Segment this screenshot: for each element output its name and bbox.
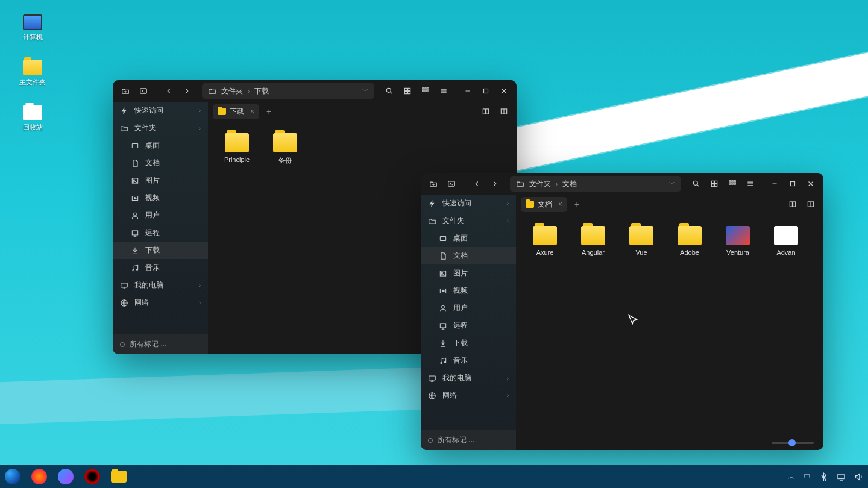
file-icon — [533, 226, 557, 245]
display-icon[interactable] — [837, 472, 846, 481]
sidebar-sub-桌面[interactable]: 桌面 — [113, 137, 208, 154]
file-item[interactable]: Vue — [624, 226, 658, 256]
terminal-button[interactable] — [136, 83, 151, 99]
tab-active[interactable]: 文档 × — [521, 197, 567, 212]
sort-button[interactable] — [418, 83, 433, 99]
sidebar-tags[interactable]: 所有标记 ... — [113, 334, 208, 354]
titlebar[interactable]: 文件夹 › 下载 ﹀ — [113, 80, 517, 102]
close-tab-icon[interactable]: × — [558, 200, 562, 208]
tab-active[interactable]: 下载 × — [213, 104, 259, 119]
new-folder-button[interactable] — [426, 176, 441, 192]
start-button[interactable] — [5, 469, 20, 484]
file-item[interactable]: Axure — [528, 226, 562, 256]
menu-button[interactable] — [743, 176, 758, 192]
sidebar-item-network[interactable]: 网络› — [113, 294, 208, 311]
sidebar-sub-文档[interactable]: 文档 — [113, 154, 208, 172]
sidebar-sub-音乐[interactable]: 音乐 — [421, 352, 516, 369]
search-button[interactable] — [382, 83, 397, 99]
sidebar-item-computer[interactable]: 我的电脑› — [113, 277, 208, 294]
taskbar-firefox-icon[interactable] — [31, 469, 47, 484]
volume-icon[interactable] — [854, 472, 863, 481]
svg-rect-49 — [790, 202, 792, 207]
sidebar-sub-图片[interactable]: 图片 — [113, 172, 208, 189]
chevron-down-icon[interactable]: ﹀ — [362, 87, 368, 95]
file-item[interactable]: Advan — [769, 226, 803, 256]
sidebar-item-computer[interactable]: 我的电脑› — [421, 369, 516, 387]
sidebar-item-quick[interactable]: 快速访问› — [421, 195, 516, 212]
file-item[interactable]: Adobe — [673, 226, 706, 256]
tray-expand-icon[interactable]: ︿ — [788, 472, 795, 482]
breadcrumb-current[interactable]: 下载 — [254, 86, 269, 96]
sidebar-item-folders[interactable]: 文件夹› — [113, 119, 208, 137]
close-button[interactable] — [803, 176, 819, 192]
sidebar-item-network[interactable]: 网络› — [421, 387, 516, 404]
address-bar[interactable]: 文件夹 › 文档 ﹀ — [510, 176, 681, 192]
taskbar-app-icon[interactable] — [84, 469, 100, 484]
sidebar-sub-用户[interactable]: 用户 — [421, 299, 516, 317]
sidebar-item-quick[interactable]: 快速访问› — [113, 102, 208, 119]
forward-button[interactable] — [487, 176, 503, 192]
svg-rect-21 — [121, 283, 128, 287]
minimize-button[interactable] — [767, 176, 782, 192]
chevron-down-icon[interactable]: ﹀ — [669, 180, 675, 188]
breadcrumb-current[interactable]: 文档 — [562, 179, 577, 189]
breadcrumb-root[interactable]: 文件夹 — [221, 86, 243, 96]
sidebar-sub-下载[interactable]: 下载 — [421, 334, 516, 352]
menu-button[interactable] — [436, 83, 451, 99]
titlebar[interactable]: 文件夹 › 文档 ﹀ — [421, 173, 823, 195]
content-pane: 文档 × + AxureAngularVueAdobeVenturaAdvan — [516, 195, 823, 450]
split-vertical-icon[interactable] — [478, 104, 494, 119]
address-bar[interactable]: 文件夹 › 下载 ﹀ — [202, 83, 374, 99]
file-item[interactable]: 备份 — [268, 133, 302, 165]
taskbar-app-icon[interactable] — [58, 469, 74, 484]
back-button[interactable] — [469, 176, 485, 192]
maximize-button[interactable] — [478, 83, 494, 99]
taskbar-files-icon[interactable] — [111, 471, 127, 483]
svg-rect-52 — [838, 474, 844, 479]
sidebar-sub-远程[interactable]: 远程 — [113, 224, 208, 242]
file-item[interactable]: Ventura — [721, 226, 755, 256]
svg-rect-29 — [715, 181, 717, 183]
ime-indicator[interactable]: 中 — [804, 472, 811, 482]
close-tab-icon[interactable]: × — [250, 107, 254, 116]
sidebar-item-folders[interactable]: 文件夹› — [421, 212, 516, 230]
sidebar-sub-视频[interactable]: 视频 — [421, 282, 516, 299]
desktop-icon-home[interactable]: 主文件夹 — [18, 60, 47, 87]
sidebar-tags[interactable]: 所有标记 ... — [421, 430, 516, 450]
sidebar-sub-文档[interactable]: 文档 — [421, 247, 516, 264]
desktop-icon-computer[interactable]: 计算机 — [18, 14, 47, 42]
desktop-icon-label: 计算机 — [23, 33, 43, 42]
zoom-slider[interactable] — [772, 442, 814, 444]
split-horizontal-icon[interactable] — [803, 196, 819, 212]
forward-button[interactable] — [179, 83, 195, 99]
sidebar-sub-下载[interactable]: 下载 — [113, 242, 208, 259]
search-button[interactable] — [688, 176, 704, 192]
taskbar[interactable]: ︿ 中 — [0, 465, 868, 488]
maximize-button[interactable] — [785, 176, 800, 192]
terminal-button[interactable] — [444, 176, 459, 192]
sidebar: 快速访问› 文件夹› 桌面文档图片视频用户远程下载音乐 我的电脑› 网络› 所有… — [113, 102, 208, 354]
minimize-button[interactable] — [460, 83, 476, 99]
view-toggle-button[interactable] — [706, 176, 722, 192]
bluetooth-icon[interactable] — [819, 472, 828, 481]
desktop-icon-trash[interactable]: 回收站 — [18, 105, 47, 132]
file-item[interactable]: Angular — [576, 226, 610, 256]
close-button[interactable] — [496, 83, 512, 99]
split-vertical-icon[interactable] — [785, 196, 800, 212]
breadcrumb-root[interactable]: 文件夹 — [529, 179, 551, 189]
file-item[interactable]: Principle — [220, 133, 254, 165]
sort-button[interactable] — [725, 176, 740, 192]
sidebar-sub-远程[interactable]: 远程 — [421, 317, 516, 334]
sidebar-sub-桌面[interactable]: 桌面 — [421, 230, 516, 247]
back-button[interactable] — [161, 83, 177, 99]
file-grid[interactable]: AxureAngularVueAdobeVenturaAdvan — [516, 214, 823, 450]
sidebar-sub-视频[interactable]: 视频 — [113, 189, 208, 207]
new-tab-button[interactable]: + — [263, 105, 275, 117]
sidebar-sub-图片[interactable]: 图片 — [421, 264, 516, 282]
split-horizontal-icon[interactable] — [496, 104, 512, 119]
sidebar-sub-音乐[interactable]: 音乐 — [113, 259, 208, 277]
new-folder-button[interactable] — [118, 83, 133, 99]
new-tab-button[interactable]: + — [571, 198, 583, 210]
sidebar-sub-用户[interactable]: 用户 — [113, 207, 208, 224]
view-toggle-button[interactable] — [400, 83, 415, 99]
